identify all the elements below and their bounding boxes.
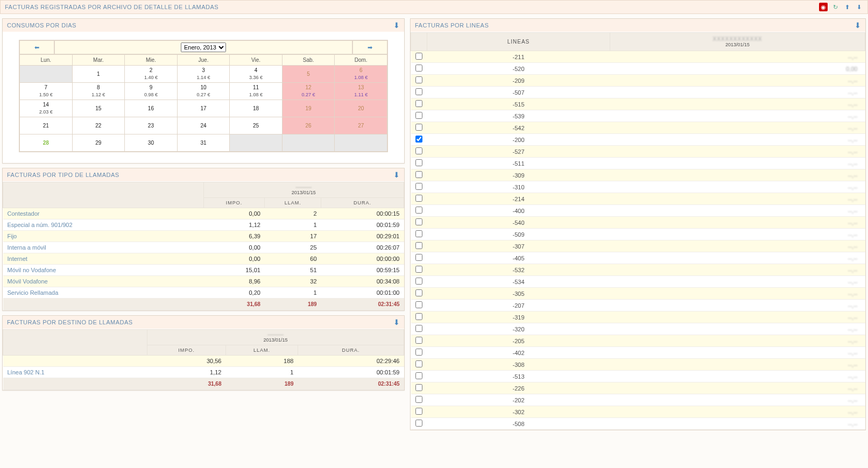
table-row[interactable]: -509--,-- <box>411 229 865 240</box>
cal-day-cell[interactable]: 25 <box>230 117 283 134</box>
cal-day-cell[interactable]: 24 <box>177 117 230 134</box>
line-checkbox[interactable] <box>415 301 422 308</box>
cal-day-cell[interactable]: 20 <box>335 100 387 117</box>
table-row[interactable]: -209--,-- <box>411 75 865 87</box>
cal-day-cell[interactable]: 21 <box>20 117 73 134</box>
table-row[interactable]: Interna a móvil 0,00 25 00:26:07 <box>3 242 404 253</box>
cal-day-cell[interactable]: 22 <box>72 117 125 134</box>
line-checkbox[interactable] <box>415 396 422 403</box>
table-row[interactable]: -307--,-- <box>411 240 865 252</box>
line-checkbox[interactable] <box>415 65 422 72</box>
line-checkbox[interactable] <box>415 372 422 379</box>
line-checkbox[interactable] <box>415 76 422 83</box>
table-row[interactable]: -540--,-- <box>411 217 865 229</box>
line-checkbox[interactable] <box>415 147 422 154</box>
cal-day-cell[interactable]: 131.11 € <box>335 83 387 100</box>
line-checkbox[interactable] <box>415 183 422 190</box>
line-checkbox[interactable] <box>415 88 422 95</box>
cal-day-cell[interactable]: 28 <box>20 134 73 152</box>
cal-day-cell[interactable]: 21.40 € <box>125 66 178 83</box>
table-row[interactable]: -211--,-- <box>411 51 865 63</box>
cal-day-cell[interactable]: 30 <box>125 134 178 152</box>
cal-day-cell[interactable]: 90.98 € <box>125 83 178 100</box>
line-checkbox[interactable] <box>415 313 422 320</box>
line-checkbox[interactable] <box>415 124 422 131</box>
line-checkbox[interactable] <box>415 384 422 391</box>
table-row[interactable]: -310--,-- <box>411 181 865 193</box>
cal-day-cell[interactable]: 16 <box>125 100 178 117</box>
collapse-icon[interactable]: ⬇ <box>393 171 400 179</box>
table-row[interactable]: Internet 0,00 60 00:00:00 <box>3 253 404 265</box>
cal-day-cell[interactable]: 23 <box>125 117 178 134</box>
line-checkbox[interactable] <box>415 218 422 225</box>
table-row[interactable]: -308--,-- <box>411 359 865 371</box>
arrow-up-icon[interactable]: ⬆ <box>843 3 851 11</box>
cal-day-cell[interactable]: 1 <box>72 66 125 83</box>
cal-day-cell[interactable]: 120.27 € <box>282 83 335 100</box>
cal-day-cell[interactable]: 142.03 € <box>20 100 73 117</box>
line-checkbox[interactable] <box>415 254 422 261</box>
table-row[interactable]: -205--,-- <box>411 335 865 347</box>
line-checkbox[interactable] <box>415 325 422 332</box>
table-row[interactable]: -400--,-- <box>411 205 865 217</box>
line-checkbox[interactable] <box>415 266 422 273</box>
table-row[interactable]: -309--,-- <box>411 169 865 181</box>
table-row[interactable]: Especial a núm. 901/902 1,12 1 00:01:59 <box>3 219 404 231</box>
cal-month-select[interactable]: Enero, 2013 <box>181 42 226 52</box>
collapse-icon[interactable]: ⬇ <box>855 21 861 30</box>
cal-day-cell[interactable]: 61.08 € <box>335 66 387 83</box>
cal-day-cell[interactable]: 19 <box>282 100 335 117</box>
table-row[interactable]: -202--,-- <box>411 394 865 406</box>
table-row[interactable]: -319--,-- <box>411 311 865 323</box>
cal-day-cell[interactable]: 15 <box>72 100 125 117</box>
table-row[interactable]: -507--,-- <box>411 87 865 98</box>
line-checkbox[interactable] <box>415 207 422 214</box>
line-checkbox[interactable] <box>415 171 422 178</box>
table-row[interactable]: -302--,-- <box>411 406 865 418</box>
line-checkbox[interactable] <box>415 112 422 119</box>
cal-day-cell[interactable]: 31 <box>177 134 230 152</box>
table-row[interactable]: Móvil no Vodafone 15,01 51 00:59:15 <box>3 265 404 276</box>
table-row[interactable]: -511--,-- <box>411 158 865 169</box>
line-checkbox[interactable] <box>415 278 422 285</box>
cal-day-cell[interactable]: 29 <box>72 134 125 152</box>
line-checkbox[interactable] <box>415 408 422 415</box>
line-checkbox[interactable] <box>415 337 422 344</box>
cal-day-cell[interactable]: 100.27 € <box>177 83 230 100</box>
line-checkbox[interactable] <box>415 349 422 356</box>
cal-day-cell[interactable]: 18 <box>230 100 283 117</box>
table-row[interactable]: Línea 902 N.1 1,12 1 00:01:59 <box>3 367 404 378</box>
line-checkbox[interactable] <box>415 230 422 237</box>
line-checkbox[interactable] <box>415 159 422 166</box>
cal-day-cell[interactable]: 81.12 € <box>72 83 125 100</box>
table-row[interactable]: -207--,-- <box>411 300 865 311</box>
line-checkbox[interactable] <box>415 242 422 249</box>
table-row[interactable]: Fijo 6,39 17 00:29:01 <box>3 231 404 242</box>
table-row[interactable]: -200--,-- <box>411 134 865 146</box>
line-checkbox[interactable] <box>415 136 422 143</box>
table-row[interactable]: -405--,-- <box>411 252 865 264</box>
cal-next-button[interactable]: ➡ <box>352 40 387 54</box>
cal-day-cell[interactable]: 5 <box>282 66 335 83</box>
collapse-icon[interactable]: ⬇ <box>393 21 400 30</box>
cal-day-cell[interactable]: 26 <box>282 117 335 134</box>
line-checkbox[interactable] <box>415 289 422 296</box>
table-row[interactable]: 30,56 188 02:29:46 <box>3 356 404 367</box>
cal-day-cell[interactable]: 17 <box>177 100 230 117</box>
table-row[interactable]: -542--,-- <box>411 122 865 134</box>
table-row[interactable]: -305--,-- <box>411 288 865 300</box>
line-checkbox[interactable] <box>415 195 422 202</box>
cal-day-cell[interactable]: 43.36 € <box>230 66 283 83</box>
cal-day-cell[interactable]: 31.14 € <box>177 66 230 83</box>
table-row[interactable]: -534--,-- <box>411 276 865 288</box>
line-checkbox[interactable] <box>415 100 422 107</box>
table-row[interactable]: -214--,-- <box>411 193 865 205</box>
line-checkbox[interactable] <box>415 53 422 60</box>
table-row[interactable]: -226--,-- <box>411 382 865 394</box>
cal-day-cell[interactable]: 27 <box>335 117 387 134</box>
arrow-down-icon[interactable]: ⬇ <box>855 3 863 11</box>
collapse-icon[interactable]: ⬇ <box>393 318 400 327</box>
table-row[interactable]: -539--,-- <box>411 110 865 122</box>
table-row[interactable]: -508--,-- <box>411 418 865 430</box>
table-row[interactable]: Servicio Rellamada 0,20 1 00:01:00 <box>3 287 404 299</box>
